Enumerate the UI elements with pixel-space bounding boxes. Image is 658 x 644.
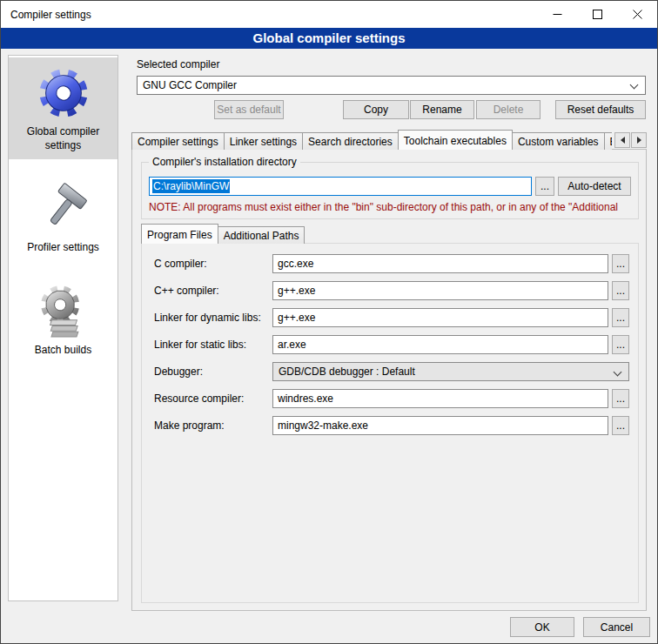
set-as-default-button[interactable]: Set as default	[214, 100, 284, 119]
debugger-select-value: GDB/CDB debugger : Default	[279, 366, 415, 378]
titlebar[interactable]: Compiler settings	[1, 1, 657, 28]
compiler-select-value: GNU GCC Compiler	[143, 79, 237, 91]
tab-build-options[interactable]: Builc	[604, 132, 612, 150]
resource-compiler-row: Resource compiler: windres.exe ...	[147, 389, 633, 408]
sidebar-item-global-compiler-settings[interactable]: Global compiler settings	[9, 57, 118, 159]
tab-toolchain-executables[interactable]: Toolchain executables	[398, 130, 513, 150]
window-controls	[537, 1, 657, 28]
debugger-select[interactable]: GDB/CDB debugger : Default	[272, 362, 629, 381]
sidebar-item-label: Global compiler settings	[10, 125, 116, 152]
cpp-compiler-input[interactable]: g++.exe	[272, 281, 608, 300]
c-compiler-label: C compiler:	[154, 258, 207, 270]
installation-directory-row: C:\raylib\MinGW ... Auto-detect	[149, 177, 631, 196]
make-program-browse-button[interactable]: ...	[612, 416, 629, 435]
make-program-input[interactable]: mingw32-make.exe	[272, 416, 608, 435]
browse-directory-button[interactable]: ...	[535, 177, 554, 196]
close-icon	[633, 10, 642, 19]
cancel-button[interactable]: Cancel	[583, 617, 650, 637]
settings-category-list: Global compiler settings Profiler settin…	[8, 55, 118, 601]
page-title: Global compiler settings	[1, 28, 657, 49]
compiler-settings-dialog: Compiler settings Global compiler settin…	[0, 0, 658, 644]
minimize-button[interactable]	[537, 1, 577, 28]
compiler-buttons-row: Set as default Copy Rename Delete Reset …	[137, 100, 646, 119]
resource-compiler-label: Resource compiler:	[154, 392, 244, 405]
static-linker-label: Linker for static libs:	[154, 339, 246, 351]
make-program-row: Make program: mingw32-make.exe ...	[147, 416, 633, 435]
tab-scroll-right-button[interactable]	[631, 132, 647, 148]
make-program-label: Make program:	[154, 419, 225, 432]
ok-button[interactable]: OK	[510, 617, 574, 637]
compiler-select[interactable]: GNU GCC Compiler	[137, 76, 646, 95]
window-title: Compiler settings	[1, 9, 91, 21]
c-compiler-browse-button[interactable]: ...	[612, 254, 629, 273]
dynamic-linker-input[interactable]: g++.exe	[272, 308, 608, 327]
maximize-icon	[593, 10, 602, 19]
tab-scroll-left-button[interactable]	[614, 132, 630, 148]
subtab-program-files[interactable]: Program Files	[141, 224, 218, 244]
sidebar-item-label: Profiler settings	[10, 241, 116, 255]
static-linker-row: Linker for static libs: ar.exe ...	[147, 335, 633, 354]
reset-defaults-button[interactable]: Reset defaults	[555, 100, 646, 119]
gear-gray-icon	[37, 285, 91, 339]
debugger-row: Debugger: GDB/CDB debugger : Default	[147, 362, 633, 381]
copy-button[interactable]: Copy	[343, 100, 409, 119]
cpp-compiler-browse-button[interactable]: ...	[612, 281, 629, 300]
rename-button[interactable]: Rename	[410, 100, 474, 119]
debugger-label: Debugger:	[154, 366, 203, 378]
subtab-additional-paths[interactable]: Additional Paths	[218, 226, 306, 244]
maximize-button[interactable]	[577, 1, 617, 28]
dynamic-linker-row: Linker for dynamic libs: g++.exe ...	[147, 308, 633, 327]
sidebar-item-batch-builds[interactable]: Batch builds	[9, 276, 118, 365]
toolchain-executables-panel: Compiler's installation directory C:\ray…	[131, 149, 647, 611]
auto-detect-button[interactable]: Auto-detect	[558, 177, 631, 196]
cpp-compiler-row: C++ compiler: g++.exe ...	[147, 281, 633, 300]
c-compiler-input[interactable]: gcc.exe	[272, 254, 608, 273]
tab-custom-variables[interactable]: Custom variables	[512, 132, 605, 150]
sidebar-item-profiler-settings[interactable]: Profiler settings	[9, 173, 118, 262]
settings-tabstrip: Compiler settings Linker settings Search…	[131, 130, 647, 150]
chevron-down-icon	[614, 368, 622, 377]
tab-search-directories[interactable]: Search directories	[302, 132, 399, 150]
delete-button[interactable]: Delete	[476, 100, 540, 119]
tab-scroll-buttons	[614, 132, 647, 148]
tab-linker-settings[interactable]: Linker settings	[224, 132, 303, 150]
gear-blue-icon	[37, 66, 91, 120]
installation-directory-group: Compiler's installation directory C:\ray…	[141, 162, 639, 219]
tabs-scroll-area: Compiler settings Linker settings Search…	[131, 130, 612, 150]
dynamic-linker-label: Linker for dynamic libs:	[154, 312, 261, 324]
static-linker-browse-button[interactable]: ...	[612, 335, 629, 354]
resource-compiler-browse-button[interactable]: ...	[612, 389, 629, 408]
close-button[interactable]	[617, 1, 657, 28]
tab-compiler-settings[interactable]: Compiler settings	[131, 132, 225, 150]
cpp-compiler-label: C++ compiler:	[154, 285, 219, 297]
main-panel: Selected compiler GNU GCC Compiler Set a…	[128, 53, 650, 617]
program-files-tabstrip: Program Files Additional Paths	[141, 225, 304, 244]
program-files-panel: C compiler: gcc.exe ... C++ compiler: g+…	[141, 243, 639, 603]
c-compiler-row: C compiler: gcc.exe ...	[147, 254, 633, 273]
installation-directory-value: C:\raylib\MinGW	[152, 179, 230, 193]
arrow-left-icon	[621, 137, 625, 144]
minimize-icon	[553, 10, 562, 19]
static-linker-input[interactable]: ar.exe	[272, 335, 608, 354]
installation-note: NOTE: All programs must exist either in …	[149, 201, 636, 213]
sidebar-item-label: Batch builds	[10, 344, 116, 358]
arrow-right-icon	[637, 137, 641, 144]
dynamic-linker-browse-button[interactable]: ...	[612, 308, 629, 327]
installation-directory-label: Compiler's installation directory	[149, 156, 300, 168]
resource-compiler-input[interactable]: windres.exe	[272, 389, 608, 408]
chevron-down-icon	[630, 81, 639, 90]
selected-compiler-label: Selected compiler	[137, 58, 219, 70]
installation-directory-input[interactable]: C:\raylib\MinGW	[149, 177, 532, 196]
hammer-icon	[37, 182, 91, 236]
